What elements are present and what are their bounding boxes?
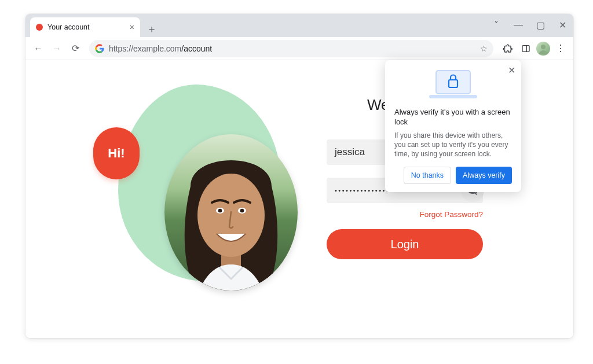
profile-avatar[interactable] <box>536 42 550 56</box>
toolbar: ← → ⟳ https://example.com/account ☆ <box>25 37 573 60</box>
close-icon[interactable]: ✕ <box>505 64 518 76</box>
svg-rect-11 <box>429 95 477 98</box>
svg-rect-0 <box>522 45 529 52</box>
forgot-password-link[interactable]: Forgot Password? <box>327 210 483 219</box>
favicon-dot <box>36 24 43 31</box>
tabstrip: Your account × ＋ ˅ — ▢ ✕ <box>25 14 573 37</box>
laptop-lock-icon <box>394 67 512 102</box>
google-g-icon <box>95 44 104 53</box>
svg-point-7 <box>218 209 222 213</box>
minimize-icon[interactable]: — <box>511 17 526 32</box>
kebab-menu-icon[interactable]: ⋮ <box>552 41 569 57</box>
popup-actions: No thanks Always verify <box>394 167 512 184</box>
svg-point-9 <box>240 209 244 213</box>
hi-text: Hi! <box>108 146 125 161</box>
back-button[interactable]: ← <box>30 41 46 57</box>
reload-button[interactable]: ⟳ <box>67 41 83 57</box>
hi-badge: Hi! <box>93 127 140 179</box>
extensions-icon[interactable] <box>499 41 515 57</box>
tab-active[interactable]: Your account × <box>30 17 140 37</box>
always-verify-button[interactable]: Always verify <box>456 167 512 184</box>
verify-popup: ✕ Always verify it's you with a screen l… <box>385 60 521 192</box>
tab-title: Your account <box>47 23 90 31</box>
url-text: https://example.com/account <box>109 44 212 53</box>
side-panel-icon[interactable] <box>518 41 534 57</box>
no-thanks-button[interactable]: No thanks <box>404 167 451 184</box>
forward-button[interactable]: → <box>49 41 65 57</box>
profile-photo <box>164 134 298 291</box>
popup-desc: If you share this device with others, yo… <box>394 131 512 159</box>
popup-title: Always verify it's you with a screen loc… <box>394 108 512 127</box>
address-bar[interactable]: https://example.com/account ☆ <box>89 40 493 57</box>
caret-down-icon[interactable]: ˅ <box>489 17 504 32</box>
username-value: jessica <box>335 146 365 158</box>
maximize-icon[interactable]: ▢ <box>533 17 548 32</box>
new-tab-button[interactable]: ＋ <box>144 21 160 37</box>
bookmark-star-icon[interactable]: ☆ <box>480 44 488 53</box>
window-controls: ˅ — ▢ ✕ <box>489 17 570 32</box>
close-tab-icon[interactable]: × <box>130 23 134 31</box>
close-window-icon[interactable]: ✕ <box>555 17 570 32</box>
browser-window: Your account × ＋ ˅ — ▢ ✕ ← → ⟳ <box>25 14 573 338</box>
svg-point-2 <box>541 45 546 49</box>
svg-rect-10 <box>436 71 470 94</box>
login-button[interactable]: Login <box>327 229 483 259</box>
